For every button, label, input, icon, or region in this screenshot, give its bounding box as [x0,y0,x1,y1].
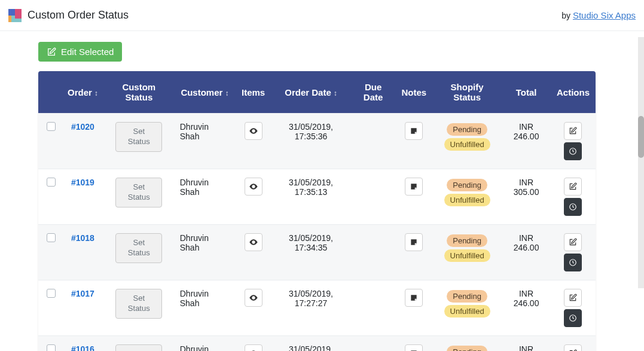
vendor-link[interactable]: by Studio Six Apps [561,10,636,20]
svg-point-2 [252,186,254,188]
customer-cell: Dhruvin Shah [174,225,236,280]
row-checkbox[interactable] [47,233,56,242]
eye-icon [249,293,258,303]
sort-icon: ↕ [334,89,337,97]
view-items-button[interactable] [245,289,263,307]
set-status-button[interactable]: Set Status [115,178,162,207]
row-checkbox[interactable] [47,178,56,187]
notes-button[interactable] [405,122,423,140]
clock-icon [569,147,577,155]
col-order-date[interactable]: Order Date↕ [271,71,351,114]
pencil-icon [569,182,577,191]
col-due-date: Due Date [351,71,396,114]
content-area: Edit Selected Order↕ Custom Status Custo… [0,31,644,351]
row-checkbox[interactable] [47,344,56,351]
top-bar-left: Custom Order Status [8,9,129,22]
edit-row-button[interactable] [564,233,582,251]
vendor-name[interactable]: Studio Six Apps [573,10,636,20]
col-actions: Actions [551,71,596,114]
table-row: #1017 Set Status Dhruvin Shah 31/05/2019… [38,280,596,336]
edit-row-button[interactable] [564,289,582,307]
clock-icon [569,314,577,322]
table-row: #1016 Set Status Dhruvin Shah 31/05/2019… [38,336,596,352]
total-cell: INR 246.00 [502,114,551,169]
row-checkbox[interactable] [47,122,56,131]
customer-cell: Dhruvin Shah [174,169,236,225]
customer-cell: Dhruvin Shah [174,280,236,336]
col-customer[interactable]: Customer↕ [174,71,236,114]
notes-button[interactable] [405,344,423,351]
edit-row-button[interactable] [564,344,582,351]
table-row: #1020 Set Status Dhruvin Shah 31/05/2019… [38,114,596,169]
edit-selected-button[interactable]: Edit Selected [38,42,122,62]
vertical-scrollbar-thumb[interactable] [638,116,644,158]
view-items-button[interactable] [245,178,263,196]
status-badge-unfulfilled: Unfulfilled [444,305,490,318]
set-status-button[interactable]: Set Status [115,233,162,263]
view-items-button[interactable] [245,122,263,140]
customer-cell: Dhruvin Shah [174,114,236,169]
order-date-cell: 31/05/2019, 17:34:35 [271,225,351,280]
pencil-icon [569,294,577,302]
eye-icon [249,126,258,136]
col-order[interactable]: Order↕ [62,71,104,114]
table-row: #1018 Set Status Dhruvin Shah 31/05/2019… [38,225,596,280]
set-status-button[interactable]: Set Status [115,289,162,319]
row-checkbox[interactable] [47,289,56,298]
order-link[interactable]: #1017 [71,289,94,298]
sort-icon: ↕ [225,89,228,97]
status-badge-pending: Pending [447,123,487,136]
history-row-button[interactable] [564,309,582,327]
orders-table: Order↕ Custom Status Customer↕ Items Ord… [38,71,596,351]
total-cell: INR 305.00 [502,336,551,352]
status-badge-unfulfilled: Unfulfilled [444,249,490,262]
order-date-cell: 31/05/2019, 17:35:36 [271,114,351,169]
due-date-cell [351,280,396,336]
customer-cell: Dhruvin Shah [174,336,236,352]
notes-button[interactable] [405,233,423,251]
total-cell: INR 246.00 [502,225,551,280]
edit-icon [47,47,56,57]
notes-button[interactable] [405,289,423,307]
svg-point-4 [252,242,254,243]
svg-point-0 [252,130,254,132]
order-link[interactable]: #1016 [71,344,94,351]
eye-icon [249,237,258,247]
history-row-button[interactable] [564,142,582,160]
shopify-status-cell: Pending Unfulfilled [432,225,502,280]
status-badge-pending: Pending [447,234,487,247]
clock-icon [569,258,577,267]
table-row: #1019 Set Status Dhruvin Shah 31/05/2019… [38,169,596,225]
order-link[interactable]: #1020 [71,122,94,132]
shopify-status-cell: Pending Unfulfilled [432,114,502,169]
app-title: Custom Order Status [28,9,129,22]
col-custom-status: Custom Status [104,71,174,114]
vendor-prefix: by [561,11,573,20]
table-header-row: Order↕ Custom Status Customer↕ Items Ord… [38,71,596,114]
set-status-button[interactable]: Set Status [115,122,162,152]
vertical-scrollbar-track[interactable] [638,37,644,288]
note-icon [410,182,418,191]
view-items-button[interactable] [245,233,263,251]
order-date-cell: 31/05/2019, 17:35:13 [271,169,351,225]
sort-icon: ↕ [94,89,98,97]
pencil-icon [569,238,577,246]
eye-icon [249,182,258,191]
history-row-button[interactable] [564,198,582,216]
view-items-button[interactable] [245,344,263,351]
status-badge-unfulfilled: Unfulfilled [444,194,490,206]
order-date-cell: 31/05/2019, 17:27:27 [271,280,351,336]
note-icon [410,294,418,302]
notes-button[interactable] [405,178,423,196]
edit-row-button[interactable] [564,178,582,196]
order-link[interactable]: #1019 [71,178,94,187]
order-date-cell: 31/05/2019, 17:27:00 [271,336,351,352]
set-status-button[interactable]: Set Status [115,344,162,351]
order-link[interactable]: #1018 [71,233,94,243]
col-select [38,71,62,114]
edit-row-button[interactable] [564,122,582,140]
col-notes: Notes [395,71,432,114]
clock-icon [569,203,577,211]
shopify-status-cell: Pending Unfulfilled [432,336,502,352]
history-row-button[interactable] [564,254,582,271]
